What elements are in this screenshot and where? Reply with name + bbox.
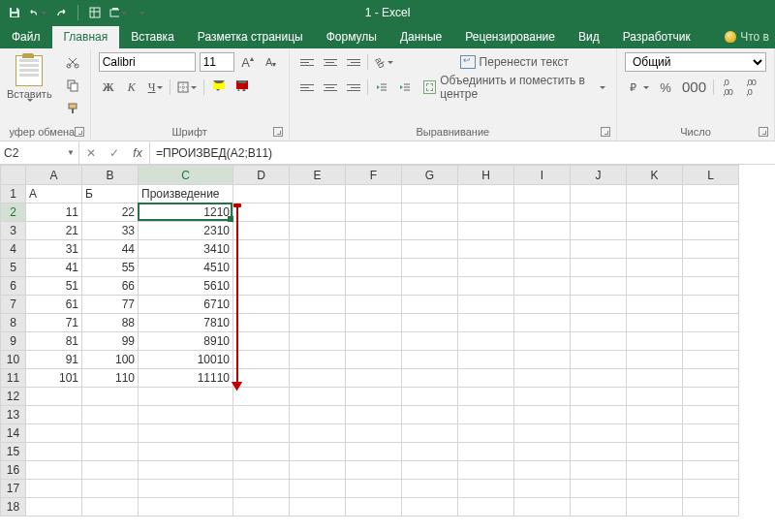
wrap-text-button[interactable]: Перенести текст bbox=[420, 52, 608, 72]
cell-K18[interactable] bbox=[627, 498, 683, 516]
cell-L2[interactable] bbox=[683, 203, 739, 222]
cell-H8[interactable] bbox=[458, 314, 514, 332]
underline-button[interactable]: Ч bbox=[145, 78, 167, 97]
row-header-4[interactable]: 4 bbox=[1, 240, 26, 259]
cell-C4[interactable]: 3410 bbox=[139, 240, 233, 259]
cell-E1[interactable] bbox=[290, 185, 346, 203]
cell-E12[interactable] bbox=[290, 388, 346, 406]
row-header-12[interactable]: 12 bbox=[1, 388, 26, 406]
tab-insert[interactable]: Вставка bbox=[119, 26, 186, 48]
decrease-font-icon[interactable]: A▾ bbox=[262, 52, 281, 72]
cell-I17[interactable] bbox=[514, 480, 571, 498]
cell-B7[interactable]: 77 bbox=[82, 296, 139, 314]
cell-K9[interactable] bbox=[627, 332, 683, 351]
cell-G4[interactable] bbox=[402, 240, 458, 259]
cell-K2[interactable] bbox=[627, 203, 683, 222]
cell-L16[interactable] bbox=[683, 461, 739, 480]
cell-A4[interactable]: 31 bbox=[26, 240, 82, 259]
cell-H18[interactable] bbox=[458, 498, 514, 516]
cell-F13[interactable] bbox=[346, 406, 402, 424]
cell-B9[interactable]: 99 bbox=[82, 332, 139, 351]
cell-G10[interactable] bbox=[402, 351, 458, 369]
cell-G2[interactable] bbox=[402, 203, 458, 222]
cell-D8[interactable] bbox=[233, 314, 290, 332]
cell-F16[interactable] bbox=[346, 461, 402, 480]
tab-formulas[interactable]: Формулы bbox=[315, 26, 388, 48]
cell-E11[interactable] bbox=[290, 369, 346, 388]
redo-icon[interactable] bbox=[52, 4, 70, 21]
formula-input[interactable]: =ПРОИЗВЕД(A2;B11) bbox=[150, 141, 775, 164]
cell-A2[interactable]: 11 bbox=[26, 203, 82, 222]
cell-C9[interactable]: 8910 bbox=[139, 332, 233, 351]
cell-C1[interactable]: Произведение bbox=[139, 185, 233, 203]
cell-K3[interactable] bbox=[627, 222, 683, 240]
row-header-7[interactable]: 7 bbox=[1, 296, 26, 314]
cell-L3[interactable] bbox=[683, 222, 739, 240]
cell-L18[interactable] bbox=[683, 498, 739, 516]
cell-H16[interactable] bbox=[458, 461, 514, 480]
cell-J10[interactable] bbox=[571, 351, 627, 369]
row-header-5[interactable]: 5 bbox=[1, 259, 26, 277]
fill-color-button[interactable] bbox=[208, 78, 228, 97]
cell-J7[interactable] bbox=[571, 296, 627, 314]
cell-F12[interactable] bbox=[346, 388, 402, 406]
decrease-decimal-icon[interactable]: ,00,0 bbox=[741, 78, 760, 97]
cell-K17[interactable] bbox=[627, 480, 683, 498]
cell-E14[interactable] bbox=[290, 424, 346, 443]
cell-J11[interactable] bbox=[571, 369, 627, 388]
align-middle-icon[interactable] bbox=[321, 52, 340, 72]
cell-A17[interactable] bbox=[26, 480, 82, 498]
cell-L12[interactable] bbox=[683, 388, 739, 406]
column-header-E[interactable]: E bbox=[290, 166, 346, 185]
qat-customize-icon[interactable] bbox=[133, 4, 150, 21]
align-center-icon[interactable] bbox=[321, 78, 340, 97]
column-header-L[interactable]: L bbox=[683, 166, 739, 185]
cell-I14[interactable] bbox=[514, 424, 571, 443]
cell-I9[interactable] bbox=[514, 332, 571, 351]
borders-button[interactable] bbox=[174, 78, 200, 97]
cell-C16[interactable] bbox=[139, 461, 233, 480]
cell-G14[interactable] bbox=[402, 424, 458, 443]
row-header-9[interactable]: 9 bbox=[1, 332, 26, 351]
cell-J16[interactable] bbox=[571, 461, 627, 480]
cell-K1[interactable] bbox=[627, 185, 683, 203]
cell-J2[interactable] bbox=[571, 203, 627, 222]
cell-D13[interactable] bbox=[233, 406, 290, 424]
cell-K11[interactable] bbox=[627, 369, 683, 388]
cell-F4[interactable] bbox=[346, 240, 402, 259]
cell-F7[interactable] bbox=[346, 296, 402, 314]
cell-L15[interactable] bbox=[683, 443, 739, 461]
cell-K16[interactable] bbox=[627, 461, 683, 480]
cell-F17[interactable] bbox=[346, 480, 402, 498]
cell-J8[interactable] bbox=[571, 314, 627, 332]
cell-A10[interactable]: 91 bbox=[26, 351, 82, 369]
dialog-launcher-icon[interactable] bbox=[75, 127, 84, 137]
decrease-indent-icon[interactable] bbox=[372, 78, 391, 97]
cell-C2[interactable]: 1210 bbox=[139, 203, 233, 222]
cell-H12[interactable] bbox=[458, 388, 514, 406]
cell-C15[interactable] bbox=[139, 443, 233, 461]
row-header-2[interactable]: 2 bbox=[1, 203, 26, 222]
cell-I18[interactable] bbox=[514, 498, 571, 516]
cell-A15[interactable] bbox=[26, 443, 82, 461]
cell-I6[interactable] bbox=[514, 277, 571, 296]
cell-D3[interactable] bbox=[233, 222, 290, 240]
cell-C8[interactable]: 7810 bbox=[139, 314, 233, 332]
column-header-F[interactable]: F bbox=[346, 166, 402, 185]
cell-C7[interactable]: 6710 bbox=[139, 296, 233, 314]
cell-J6[interactable] bbox=[571, 277, 627, 296]
cell-A5[interactable]: 41 bbox=[26, 259, 82, 277]
cell-I1[interactable] bbox=[514, 185, 571, 203]
column-header-H[interactable]: H bbox=[458, 166, 514, 185]
cell-J9[interactable] bbox=[571, 332, 627, 351]
paste-button[interactable]: Вставить bbox=[2, 52, 57, 116]
row-header-16[interactable]: 16 bbox=[1, 461, 26, 480]
cell-I16[interactable] bbox=[514, 461, 571, 480]
cell-E18[interactable] bbox=[290, 498, 346, 516]
row-header-8[interactable]: 8 bbox=[1, 314, 26, 332]
cell-D12[interactable] bbox=[233, 388, 290, 406]
cell-C17[interactable] bbox=[139, 480, 233, 498]
cell-A6[interactable]: 51 bbox=[26, 277, 82, 296]
cell-C3[interactable]: 2310 bbox=[139, 222, 233, 240]
cell-F2[interactable] bbox=[346, 203, 402, 222]
